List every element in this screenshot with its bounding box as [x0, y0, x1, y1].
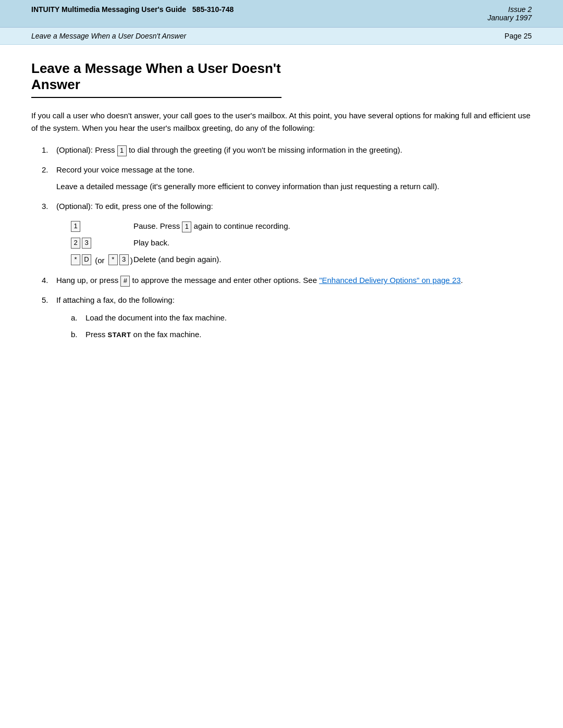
opt-desc-delete: Delete (and begin again).: [133, 253, 532, 267]
opt-key-1: 1: [71, 220, 133, 232]
step-3: 3. (Optional): To edit, press one of the…: [42, 200, 532, 267]
page-label: Page 25: [505, 32, 532, 40]
sub-steps-list: a. Load the document into the fax machin…: [71, 312, 532, 341]
guide-number: 585-310-748: [192, 5, 234, 14]
page: INTUITY Multimedia Messaging User's Guid…: [0, 0, 563, 728]
opt-desc-1: Pause. Press 1 again to continue recordi…: [133, 220, 532, 232]
step-2-subpara: Leave a detailed message (it's generally…: [56, 180, 532, 193]
key-hash: #: [120, 276, 130, 286]
intro-paragraph: If you call a user who doesn't answer, y…: [31, 109, 532, 134]
sub-step-b: b. Press START on the fax machine.: [71, 328, 532, 341]
opt-key-23: 2 3: [71, 237, 133, 249]
enhanced-delivery-link[interactable]: "Enhanced Delivery Options" on page 23: [319, 276, 461, 285]
subheader-band: Leave a Message When a User Doesn't Answ…: [0, 28, 563, 45]
sub-step-a: a. Load the document into the fax machin…: [71, 312, 532, 324]
step-1: 1. (Optional): Press 1 to dial through t…: [42, 144, 532, 156]
section-title: Leave a Message When a User Doesn't Answ…: [31, 32, 186, 40]
guide-title: INTUITY Multimedia Messaging User's Guid…: [31, 5, 186, 14]
steps-list: 1. (Optional): Press 1 to dial through t…: [42, 144, 532, 345]
header-right: Issue 2 January 1997: [487, 5, 532, 22]
issue-label: Issue 2: [487, 5, 532, 14]
main-content: Leave a Message When a User Doesn't Answ…: [0, 45, 563, 384]
step-2: 2. Record your voice message at the tone…: [42, 164, 532, 193]
sub-step-b-text: Press START on the fax machine.: [85, 328, 201, 341]
page-title: Leave a Message When a User Doesn't Answ…: [31, 60, 282, 98]
date-label: January 1997: [487, 14, 532, 22]
step-4: 4. Hang up, or press # to approve the me…: [42, 274, 532, 287]
header-band: INTUITY Multimedia Messaging User's Guid…: [0, 0, 563, 28]
opt-key-star-d: * D (or * 3): [71, 253, 133, 267]
header-left: INTUITY Multimedia Messaging User's Guid…: [31, 5, 234, 14]
sub-step-a-text: Load the document into the fax machine.: [85, 312, 227, 324]
options-table: 1 Pause. Press 1 again to continue recor…: [71, 220, 532, 267]
step-5: 5. If attaching a fax, do the following:…: [42, 294, 532, 345]
key-1: 1: [117, 145, 127, 156]
opt-desc-23: Play back.: [133, 237, 532, 249]
